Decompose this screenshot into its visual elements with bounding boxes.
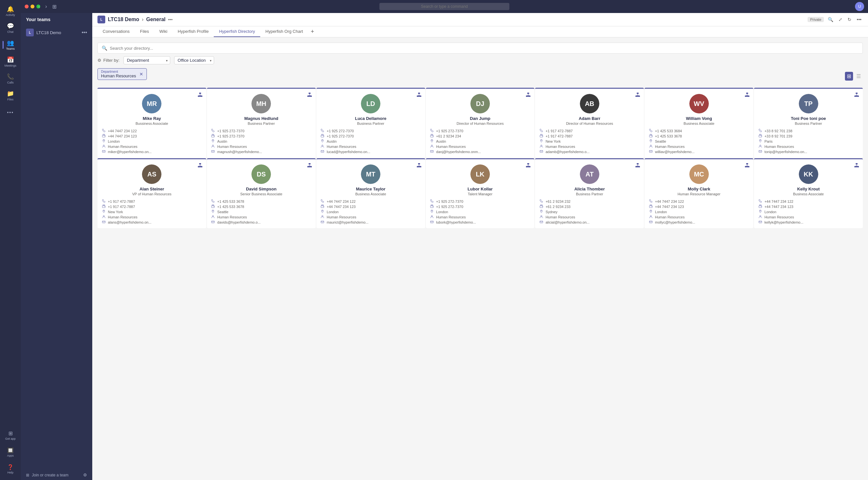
org-chart-icon[interactable] [855, 163, 859, 169]
sidebar-item-apps[interactable]: 🔲 Apps [3, 444, 18, 460]
svg-rect-72 [856, 93, 858, 94]
teams-item-more-icon[interactable]: ••• [82, 30, 87, 35]
fax-icon [101, 134, 106, 138]
person-info: +44 7447 234 122 +44 7447 234 123 London… [101, 129, 203, 154]
svg-rect-75 [857, 95, 859, 97]
svg-rect-146 [746, 166, 748, 168]
person-email-row: adamb@hyperfishdemo.o... [539, 149, 640, 154]
person-card: AS Alan Steiner VP of Human Resources +1… [97, 158, 206, 228]
svg-rect-159 [857, 166, 859, 168]
person-info: +61 2 9234 232 +61 2 9234 233 Sydney Hum… [539, 199, 640, 224]
join-create-label[interactable]: Join or create a team [32, 473, 68, 477]
svg-rect-37 [526, 95, 528, 97]
list-view-button[interactable]: ☰ [855, 72, 863, 81]
sidebar-item-help[interactable]: ❓ Help [3, 461, 18, 477]
person-department-row: Human Resources [320, 144, 421, 149]
sidebar-item-activity[interactable]: 🔔 Activity [3, 3, 18, 19]
org-chart-icon[interactable] [307, 163, 312, 169]
org-chart-icon[interactable] [855, 93, 859, 98]
global-search-input[interactable] [379, 3, 509, 10]
org-chart-icon[interactable] [745, 163, 749, 169]
svg-rect-62 [746, 95, 748, 97]
expand-button[interactable]: ⤢ [837, 16, 844, 23]
sidebar-item-teams[interactable]: 👥 Teams [3, 37, 18, 53]
person-card: DJ Dan Jump Director of Human Resources … [426, 88, 535, 158]
location-icon [758, 210, 763, 214]
nav-forward-button[interactable]: › [44, 2, 48, 11]
person-card-grid: MR Mike Ray Bussiness Associate +44 7447… [97, 88, 863, 228]
org-chart-icon[interactable] [417, 163, 421, 169]
person-name: Magnus Hedlund [211, 116, 312, 121]
org-chart-icon[interactable] [198, 163, 203, 169]
org-chart-icon[interactable] [636, 93, 640, 98]
org-chart-icon[interactable] [526, 93, 530, 98]
teams-item-ltc18[interactable]: L LTC18 Demo ••• [22, 26, 91, 39]
person-department-row: Human Resources [758, 144, 859, 149]
person-name: David Simpson [211, 186, 312, 191]
directory-search-input[interactable] [110, 46, 859, 51]
tab-conversations[interactable]: Conversations [97, 26, 135, 37]
tab-files[interactable]: Files [135, 26, 154, 37]
person-title: Business Partner [211, 122, 312, 125]
nav-back-button[interactable]: ‹ [37, 2, 41, 11]
person-email-row: miker@hyperfishdemo.on... [101, 149, 203, 154]
person-name: William Vong [648, 116, 749, 121]
email-icon [101, 149, 106, 154]
org-chart-icon[interactable] [636, 163, 640, 169]
sidebar-item-more[interactable]: ••• [3, 104, 18, 120]
department-icon [320, 144, 325, 149]
sidebar-item-get-app[interactable]: ⊞ Get app [3, 427, 18, 443]
minimize-button[interactable] [31, 4, 34, 8]
sidebar-item-files[interactable]: 📁 Files [3, 88, 18, 103]
person-phone-row: +1 925 272-7370 [211, 129, 312, 133]
office-location-filter[interactable]: Office Location London Austin New York S… [174, 56, 214, 64]
person-email-row: lucad@hyperfishdemo.on... [320, 149, 421, 154]
tab-hyperfish-profile[interactable]: Hyperfish Profile [173, 26, 214, 37]
more-options-button[interactable]: ••• [855, 16, 863, 23]
svg-rect-110 [418, 166, 420, 168]
remove-filter-button[interactable]: ✕ [140, 71, 143, 77]
sidebar-item-meetings[interactable]: 📅 Meetings [3, 54, 18, 69]
svg-rect-13 [307, 95, 309, 97]
user-avatar[interactable]: U [855, 2, 864, 11]
location-icon [430, 139, 434, 143]
tab-wiki[interactable]: Wiki [154, 26, 173, 37]
person-info: +1 925 272-7370 +61 2 9234 234 Austin Hu… [430, 129, 531, 154]
svg-rect-59 [540, 150, 543, 152]
svg-rect-12 [309, 93, 311, 94]
close-button[interactable] [25, 4, 29, 8]
person-info: +44 7447 234 122 +44 7447 234 123 London… [320, 199, 421, 224]
active-filter-chip: Department Human Resources ✕ [97, 68, 147, 80]
person-card: MR Mike Ray Bussiness Associate +44 7447… [97, 88, 206, 158]
grid-view-button[interactable]: ⊞ [845, 72, 853, 81]
org-chart-icon[interactable] [417, 93, 421, 98]
nav-grid-button[interactable]: ⊞ [51, 2, 58, 11]
sidebar-item-chat[interactable]: 💬 Chat [3, 20, 18, 36]
add-tab-button[interactable]: + [308, 27, 317, 36]
tab-hyperfish-directory[interactable]: Hyperfish Directory [214, 26, 260, 37]
department-filter[interactable]: Department Human Resources Engineering S… [123, 56, 170, 64]
settings-icon[interactable]: ⚙ [83, 473, 87, 477]
person-fax-row: +61 2 9234 234 [430, 134, 531, 138]
person-fax-row: +33 8 92 701 239 [758, 134, 859, 138]
location-icon [320, 210, 325, 214]
person-info: +1 925 272-7370 +1 925 272-7370 London H… [430, 199, 531, 224]
svg-point-58 [540, 145, 542, 146]
org-chart-icon[interactable] [526, 163, 530, 169]
org-chart-icon[interactable] [745, 93, 749, 98]
person-email-row: williav@hyperfishdemo... [648, 149, 749, 154]
org-chart-icon[interactable] [307, 93, 312, 98]
location-icon [320, 139, 325, 143]
person-name: Alan Steiner [101, 186, 203, 191]
phone-icon [430, 129, 434, 133]
refresh-button[interactable]: ↻ [846, 16, 853, 23]
search-channel-button[interactable]: 🔍 [827, 16, 835, 23]
tab-hyperfish-org[interactable]: Hyperfish Org Chart [260, 26, 308, 37]
channel-more-icon[interactable]: ••• [168, 17, 173, 22]
sidebar-item-calls[interactable]: 📞 Calls [3, 71, 18, 86]
avatar-initials: MT [361, 164, 380, 184]
org-chart-icon[interactable] [198, 93, 203, 98]
svg-rect-122 [528, 166, 529, 168]
avatar-initials: LD [361, 94, 380, 113]
person-phone-row: +1 917 472-7887 [101, 199, 203, 204]
